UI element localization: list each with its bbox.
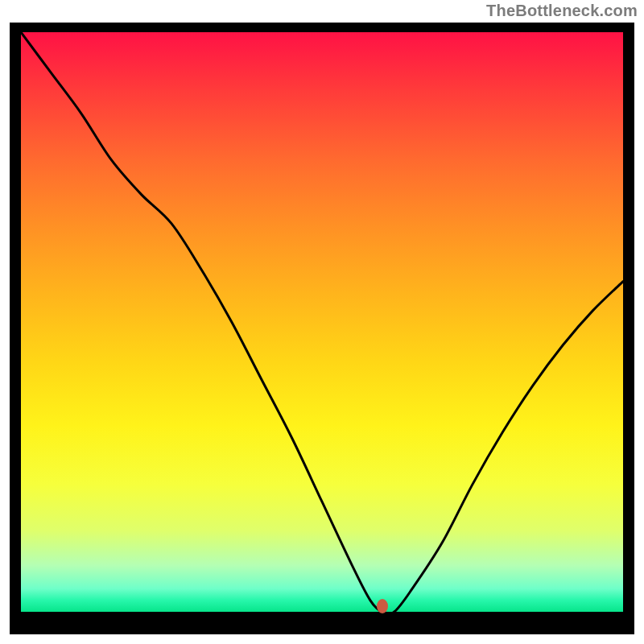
attribution-text: TheBottleneck.com bbox=[486, 2, 638, 20]
chart-frame bbox=[10, 23, 634, 634]
chart-container: TheBottleneck.com bbox=[0, 0, 644, 644]
bottleneck-curve bbox=[21, 32, 623, 612]
chart-plot-area bbox=[21, 32, 623, 612]
optimal-point-marker bbox=[377, 599, 388, 613]
